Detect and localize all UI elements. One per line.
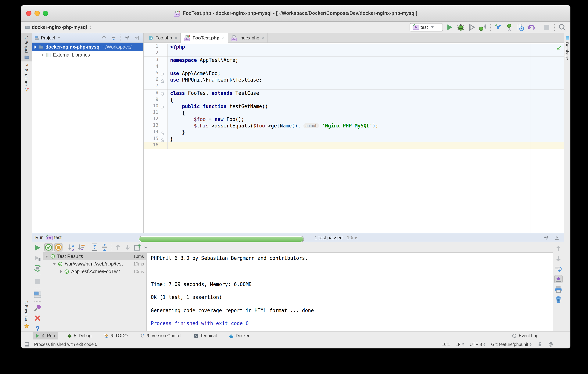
tool-window-button-terminal[interactable]: Terminal — [191, 332, 219, 340]
chevron-down-icon[interactable] — [58, 37, 61, 39]
tool-stripe-button-project[interactable]: 1: Project — [21, 33, 32, 62]
tool-stripe-button-favorites[interactable]: 2: Favorites — [21, 297, 32, 330]
scroll-to-end-button[interactable] — [554, 275, 563, 283]
breadcrumb-project[interactable]: docker-nginx-php-mysql — [32, 24, 87, 30]
code-text[interactable]: } — [168, 136, 564, 142]
code-area[interactable]: 1<?php23namespace AppTest\Acme;45use App… — [144, 43, 564, 233]
code-text[interactable]: { — [168, 110, 564, 116]
editor-gutter[interactable]: 4 — [144, 64, 168, 70]
editor-gutter[interactable]: 8 — [144, 90, 168, 97]
print-button[interactable] — [554, 285, 563, 294]
scroll-up-button[interactable] — [554, 244, 563, 253]
hide-panel-button[interactable] — [552, 233, 561, 242]
collapse-all-button[interactable] — [100, 243, 109, 251]
more-actions-icon[interactable]: » — [143, 244, 148, 250]
code-text[interactable] — [168, 83, 564, 89]
tool-window-button-todo[interactable]: 6: TODO — [101, 332, 130, 340]
breadcrumb[interactable]: docker-nginx-php-mysql 〉 — [25, 24, 91, 30]
pin-tab-button[interactable] — [33, 304, 42, 312]
tab-index-php[interactable]: phpindex.php× — [228, 33, 268, 43]
inspection-ok-icon[interactable] — [556, 45, 561, 50]
hide-panel-button[interactable] — [133, 33, 141, 42]
test-tree-row[interactable]: /var/www/html/web/app/test10ms — [43, 260, 146, 268]
soft-wrap-button[interactable] — [554, 265, 563, 273]
sort-alphabetically-button[interactable]: az — [67, 243, 76, 251]
run-with-coverage-button[interactable] — [468, 23, 476, 31]
encoding-select[interactable]: UTF-8 — [470, 342, 486, 347]
editor-gutter[interactable]: 5 — [144, 70, 168, 77]
show-passed-button[interactable] — [44, 243, 53, 251]
code-text[interactable]: public function testGetName() — [168, 103, 564, 110]
chevron-right-icon[interactable] — [34, 45, 36, 48]
code-text[interactable] — [168, 142, 564, 149]
run-button[interactable] — [446, 23, 454, 31]
vcs-commit-button[interactable] — [505, 23, 513, 31]
attach-profiler-button[interactable] — [479, 23, 487, 31]
code-text[interactable]: class FooTest extends TestCase — [168, 90, 564, 97]
editor-gutter[interactable]: 3 — [144, 57, 168, 64]
project-tree-row[interactable]: External Libraries — [32, 51, 143, 59]
settings-gear-button[interactable] — [542, 233, 550, 242]
scroll-from-source-button[interactable] — [100, 33, 108, 42]
scroll-down-button[interactable] — [554, 254, 563, 263]
editor-gutter[interactable]: 16 — [144, 142, 168, 149]
chevron-right-icon[interactable] — [60, 270, 62, 273]
code-text[interactable]: $this->assertEquals($foo->getName(), act… — [168, 123, 564, 129]
line-ending-select[interactable]: LF — [455, 342, 464, 347]
next-occurrence-button[interactable] — [124, 243, 132, 251]
search-everywhere-button[interactable] — [558, 23, 567, 31]
close-tab-icon[interactable]: × — [222, 35, 225, 41]
clear-all-button[interactable] — [554, 296, 563, 304]
local-history-button[interactable] — [516, 23, 524, 31]
close-tab-icon[interactable]: × — [175, 35, 177, 40]
editor-gutter[interactable]: 15 — [144, 136, 168, 142]
export-test-results-button[interactable] — [133, 243, 142, 251]
tool-stripe-button-database[interactable]: Database — [564, 33, 570, 62]
inspection-profile-icon[interactable] — [548, 341, 554, 347]
help-button[interactable]: ? — [33, 324, 42, 333]
tool-window-button-run[interactable]: 4: Run — [32, 332, 58, 340]
unlocked-icon[interactable] — [537, 341, 543, 347]
code-text[interactable]: use App\Acme\Foo; — [168, 70, 564, 77]
code-text[interactable]: $foo = new Foo(); — [168, 116, 564, 122]
code-text[interactable]: use PHPUnit\Framework\TestCase; — [168, 77, 564, 83]
toggle-auto-test-button[interactable] — [33, 264, 42, 272]
settings-gear-button[interactable] — [123, 33, 131, 42]
editor-gutter[interactable]: 13 — [144, 123, 168, 129]
titlebar[interactable]: php FooTest.php - docker-nginx-php-mysql… — [21, 5, 570, 22]
previous-occurrence-button[interactable] — [114, 243, 122, 251]
code-text[interactable]: { — [168, 97, 564, 103]
editor-gutter[interactable]: 1 — [144, 44, 168, 50]
tool-window-switcher-icon[interactable] — [24, 341, 30, 347]
run-configuration-select[interactable]: php test — [410, 23, 443, 31]
chevron-down-icon[interactable] — [45, 255, 48, 257]
test-tree-row[interactable]: Test Results10ms — [43, 253, 146, 260]
expand-all-button[interactable] — [91, 243, 99, 251]
restore-layout-button[interactable] — [33, 291, 42, 299]
editor-gutter[interactable]: 12 — [144, 116, 168, 122]
editor-gutter[interactable]: 9 — [144, 97, 168, 103]
editor-gutter[interactable]: 7 — [144, 83, 168, 89]
run-console[interactable]: PHPUnit 6.3.0 by Sebastian Bergmann and … — [146, 252, 553, 331]
editor-gutter[interactable]: 14 — [144, 129, 168, 136]
debug-button[interactable] — [457, 23, 465, 31]
code-text[interactable]: } — [168, 129, 564, 136]
rerun-button[interactable] — [33, 243, 42, 252]
git-branch-select[interactable]: Git: feature/phpunit — [491, 342, 532, 347]
collapse-all-button[interactable] — [109, 33, 118, 42]
test-tree-row[interactable]: AppTest\Acme\FooTest10ms — [43, 268, 146, 275]
caret-position[interactable]: 16:1 — [442, 342, 450, 347]
event-log-button[interactable]: Event Log — [512, 333, 538, 338]
rollback-button[interactable] — [527, 23, 535, 31]
tool-window-button-docker[interactable]: Docker — [226, 332, 252, 340]
editor-gutter[interactable]: 6 — [144, 77, 168, 83]
tool-window-button-versioncontrol[interactable]: 9: Version Control — [137, 332, 184, 340]
stop-button[interactable] — [33, 277, 42, 286]
show-ignored-button[interactable] — [54, 243, 63, 251]
code-text[interactable] — [168, 50, 564, 56]
vcs-update-button[interactable] — [494, 23, 502, 31]
tool-stripe-button-structure[interactable]: 7: Structure — [21, 62, 32, 94]
rerun-failed-tests-button[interactable]: ! — [33, 254, 42, 262]
code-text[interactable]: namespace AppTest\Acme; — [168, 57, 564, 64]
tab-footest-php[interactable]: phpFooTest.php× — [181, 33, 228, 43]
